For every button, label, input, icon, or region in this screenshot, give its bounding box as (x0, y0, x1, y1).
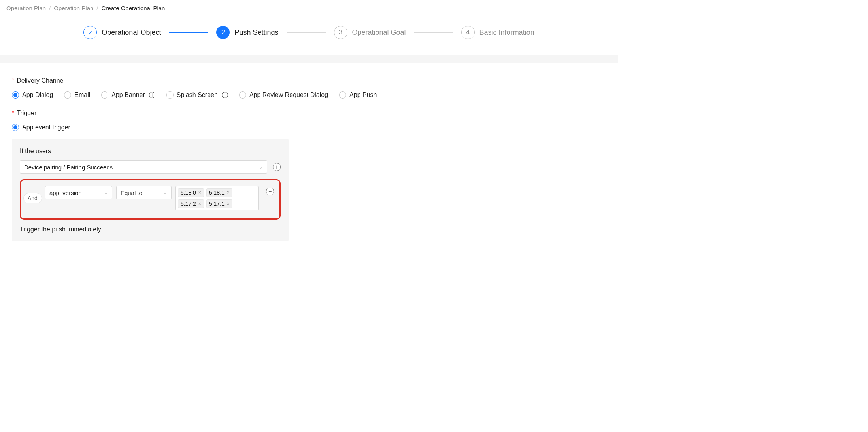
step-connector (414, 32, 453, 33)
chevron-down-icon: ⌄ (163, 190, 167, 195)
condition-block: And app_version ⌄ Equal to ⌄ 5.18.0 × 5 (20, 179, 281, 220)
radio-button-icon (64, 91, 71, 99)
close-icon[interactable]: × (198, 190, 201, 195)
tag-label: 5.18.1 (209, 189, 225, 196)
select-value: app_version (49, 189, 82, 196)
radio-app-event-trigger[interactable]: App event trigger (12, 124, 70, 131)
trigger-label: * Trigger (12, 110, 606, 117)
label-text: Trigger (17, 110, 36, 117)
radio-button-icon (239, 91, 246, 99)
radio-app-push[interactable]: App Push (339, 91, 377, 99)
divider-band (0, 55, 618, 63)
condition-body: app_version ⌄ Equal to ⌄ 5.18.0 × 5.18.1… (45, 186, 274, 210)
push-settings-form: * Delivery Channel App Dialog Email App … (0, 63, 618, 253)
step-label: Operational Object (102, 28, 161, 37)
step-connector (169, 32, 208, 33)
radio-label: App event trigger (22, 124, 70, 131)
step-number-icon: 2 (216, 26, 230, 39)
step-label: Push Settings (234, 28, 278, 37)
radio-button-icon (101, 91, 108, 99)
radio-app-review-request[interactable]: App Review Request Dialog (239, 91, 328, 99)
radio-app-dialog[interactable]: App Dialog (12, 91, 53, 99)
value-tag: 5.18.0 × (178, 188, 204, 197)
radio-label: Splash Screen (177, 91, 218, 99)
breadcrumb-separator: / (49, 5, 51, 11)
step-push-settings[interactable]: 2 Push Settings (216, 26, 278, 39)
select-value: Equal to (121, 189, 142, 196)
chevron-down-icon: ⌄ (259, 164, 263, 170)
trigger-footer-text: Trigger the push immediately (20, 226, 281, 233)
condition-joiner[interactable]: And (23, 193, 42, 203)
value-tag: 5.17.2 × (178, 199, 204, 208)
radio-splash-screen[interactable]: Splash Screen i (166, 91, 228, 99)
step-number-icon: 4 (461, 26, 475, 39)
radio-email[interactable]: Email (64, 91, 90, 99)
radio-button-icon (339, 91, 346, 99)
wizard-steps: ✓ Operational Object 2 Push Settings 3 O… (0, 16, 618, 55)
plus-icon: + (275, 164, 278, 170)
event-select[interactable]: Device pairing / Pairing Succeeds ⌄ (20, 160, 267, 174)
add-event-button[interactable]: + (273, 163, 281, 171)
info-icon[interactable]: i (222, 92, 228, 98)
minus-icon: − (268, 189, 272, 194)
trigger-options: App event trigger (12, 124, 606, 131)
radio-label: Email (74, 91, 90, 99)
tag-label: 5.17.2 (181, 201, 196, 207)
required-asterisk: * (12, 77, 14, 84)
label-text: Delivery Channel (17, 77, 65, 84)
condition-field-select[interactable]: app_version ⌄ (45, 186, 112, 199)
info-icon[interactable]: i (149, 92, 155, 98)
close-icon[interactable]: × (227, 201, 230, 207)
radio-label: App Banner (111, 91, 145, 99)
delivery-channel-label: * Delivery Channel (12, 77, 606, 84)
close-icon[interactable]: × (227, 190, 230, 195)
condition-values-input[interactable]: 5.18.0 × 5.18.1 × 5.17.2 × 5.17.1 × (175, 186, 259, 210)
condition-actions: − (266, 186, 274, 195)
trigger-condition-panel: If the users Device pairing / Pairing Su… (12, 139, 289, 241)
step-operational-goal[interactable]: 3 Operational Goal (334, 26, 406, 39)
value-tag: 5.17.1 × (206, 199, 232, 208)
condition-operator-select[interactable]: Equal to ⌄ (116, 186, 172, 199)
event-select-row: Device pairing / Pairing Succeeds ⌄ + (20, 160, 281, 174)
select-value: Device pairing / Pairing Succeeds (24, 164, 113, 171)
step-label: Operational Goal (352, 28, 406, 37)
check-icon: ✓ (83, 26, 97, 39)
radio-button-icon (12, 124, 19, 131)
radio-app-banner[interactable]: App Banner i (101, 91, 155, 99)
radio-label: App Review Request Dialog (249, 91, 328, 99)
radio-button-icon (166, 91, 174, 99)
radio-button-icon (12, 91, 19, 99)
breadcrumb-separator: / (96, 5, 98, 11)
chevron-down-icon: ⌄ (104, 190, 108, 195)
step-number-icon: 3 (334, 26, 347, 39)
panel-heading: If the users (20, 148, 281, 155)
tag-label: 5.17.1 (209, 201, 225, 207)
step-operational-object[interactable]: ✓ Operational Object (83, 26, 161, 39)
radio-label: App Dialog (22, 91, 53, 99)
remove-condition-button[interactable]: − (266, 188, 274, 195)
required-asterisk: * (12, 110, 14, 117)
breadcrumb: Operation Plan / Operation Plan / Create… (0, 0, 618, 16)
breadcrumb-item[interactable]: Operation Plan (6, 5, 46, 11)
step-connector (287, 32, 326, 33)
value-tag: 5.18.1 × (206, 188, 232, 197)
radio-label: App Push (349, 91, 377, 99)
tag-label: 5.18.0 (181, 189, 196, 196)
delivery-channel-options: App Dialog Email App Banner i Splash Scr… (12, 91, 606, 99)
breadcrumb-item-active: Create Operational Plan (102, 5, 165, 11)
step-basic-information[interactable]: 4 Basic Information (461, 26, 534, 39)
step-label: Basic Information (479, 28, 534, 37)
breadcrumb-item[interactable]: Operation Plan (54, 5, 93, 11)
close-icon[interactable]: × (198, 201, 201, 207)
